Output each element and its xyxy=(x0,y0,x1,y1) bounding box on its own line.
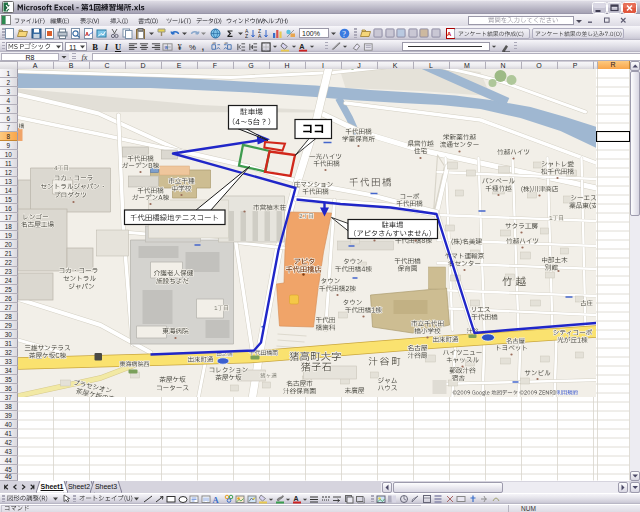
svg-text:A: A xyxy=(294,495,299,502)
